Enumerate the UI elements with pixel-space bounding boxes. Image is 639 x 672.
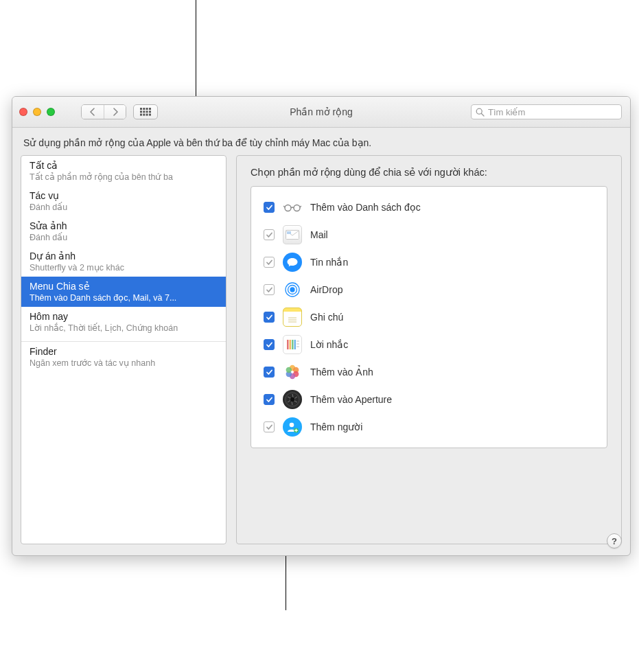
- svg-rect-24: [287, 340, 289, 349]
- svg-rect-9: [143, 114, 145, 116]
- extension-checkbox[interactable]: [264, 257, 275, 268]
- svg-point-46: [290, 423, 294, 428]
- extension-row-airdrop: AirDrop: [261, 276, 597, 303]
- sidebar-item-subtitle: Đánh dấu: [30, 202, 218, 212]
- extension-label: Thêm vào Ảnh: [310, 367, 373, 378]
- help-icon: ?: [612, 536, 617, 546]
- extension-label: Lời nhắc: [310, 339, 348, 350]
- nav-segment: [81, 104, 126, 119]
- svg-rect-0: [140, 108, 142, 110]
- sidebar-item-subtitle: Tất cả phần mở rộng của bên thứ ba: [30, 172, 218, 182]
- extension-checkbox[interactable]: [264, 421, 275, 432]
- extension-label: Thêm vào Aperture: [310, 394, 392, 405]
- sidebar-item-title: Dự án ảnh: [30, 251, 218, 262]
- extension-checkbox[interactable]: [264, 367, 275, 378]
- extension-row-aperture: Thêm vào Aperture: [261, 386, 597, 413]
- svg-line-13: [481, 113, 484, 116]
- sidebar-item-title: Tất cả: [30, 160, 218, 171]
- svg-point-18: [290, 288, 294, 292]
- search-field[interactable]: [471, 104, 622, 119]
- close-window-button[interactable]: [19, 108, 27, 116]
- extension-row-messages: Tin nhắn: [261, 248, 597, 276]
- sidebar-item-subtitle: Shutterfly và 2 mục khác: [30, 262, 218, 273]
- titlebar: Phần mở rộng: [12, 97, 630, 128]
- extension-row-notes: Ghi chú: [261, 303, 597, 331]
- svg-rect-7: [149, 111, 151, 113]
- sidebar-item-photo-editing[interactable]: Sửa ảnh Đánh dấu: [21, 216, 226, 246]
- svg-point-14: [285, 205, 291, 211]
- extension-row-add-people: Thêm người: [261, 413, 597, 441]
- forward-button[interactable]: [104, 105, 126, 119]
- svg-rect-27: [294, 340, 297, 349]
- preferences-window: Phần mở rộng Sử dụng phần mở rộng của Ap…: [12, 96, 631, 556]
- zoom-window-button[interactable]: [47, 108, 55, 116]
- sidebar-item-subtitle: Đánh dấu: [30, 232, 218, 242]
- sidebar-item-title: Sửa ảnh: [30, 220, 218, 231]
- sidebar-item-actions[interactable]: Tác vụ Đánh dấu: [21, 186, 226, 216]
- mail-icon: [283, 225, 302, 244]
- airdrop-icon: [283, 280, 302, 299]
- extension-list: Thêm vào Danh sách đọc Mail Tin nhắn: [251, 186, 607, 448]
- sidebar-item-subtitle: Thêm vào Danh sách đọc, Mail, và 7...: [30, 292, 218, 303]
- add-people-icon: [283, 417, 302, 437]
- help-button[interactable]: ?: [607, 533, 622, 548]
- svg-rect-5: [143, 111, 145, 113]
- search-icon: [476, 108, 485, 117]
- extension-label: Mail: [310, 229, 328, 240]
- sidebar-item-today[interactable]: Hôm nay Lời nhắc, Thời tiết, Lịch, Chứng…: [21, 307, 226, 337]
- minimize-window-button[interactable]: [33, 108, 41, 116]
- chevron-left-icon: [89, 108, 96, 116]
- sidebar-item-photo-projects[interactable]: Dự án ảnh Shutterfly và 2 mục khác: [21, 246, 226, 277]
- show-all-button[interactable]: [133, 104, 158, 119]
- extension-row-reading-list: Thêm vào Danh sách đọc: [261, 194, 597, 221]
- svg-rect-17: [287, 231, 291, 234]
- sidebar-item-title: Finder: [30, 346, 218, 357]
- svg-rect-3: [149, 108, 151, 110]
- sidebar-item-all[interactable]: Tất cả Tất cả phần mở rộng của bên thứ b…: [21, 156, 226, 186]
- grid-icon: [140, 108, 151, 116]
- svg-rect-25: [290, 340, 292, 349]
- sidebar-item-finder[interactable]: Finder Ngăn xem trước và tác vụ nhanh: [21, 342, 226, 372]
- extension-checkbox[interactable]: [264, 202, 275, 213]
- messages-icon: [283, 253, 302, 272]
- extension-checkbox[interactable]: [264, 312, 275, 323]
- extension-label: Thêm vào Danh sách đọc: [310, 202, 421, 213]
- svg-rect-2: [146, 108, 148, 110]
- extension-checkbox[interactable]: [264, 394, 275, 405]
- photos-icon: [283, 362, 302, 382]
- extension-row-mail: Mail: [261, 221, 597, 248]
- sidebar-item-subtitle: Ngăn xem trước và tác vụ nhanh: [30, 358, 218, 368]
- description-text: Sử dụng phần mở rộng của Apple và bên th…: [12, 128, 630, 155]
- svg-rect-1: [143, 108, 145, 110]
- svg-rect-6: [146, 111, 148, 113]
- search-input[interactable]: [488, 107, 617, 117]
- svg-rect-10: [146, 114, 148, 116]
- sidebar: Tất cả Tất cả phần mở rộng của bên thứ b…: [21, 155, 226, 544]
- notes-icon: [283, 308, 302, 327]
- extension-label: Thêm người: [310, 421, 362, 432]
- sidebar-item-title: Menu Chia sẻ: [30, 281, 218, 292]
- svg-point-45: [290, 397, 294, 402]
- sidebar-item-title: Hôm nay: [30, 311, 218, 322]
- extension-checkbox[interactable]: [264, 339, 275, 350]
- svg-rect-4: [140, 111, 142, 113]
- main-panel: Chọn phần mở rộng dùng để chia sẻ với ng…: [236, 155, 622, 544]
- window-controls: [19, 108, 55, 116]
- svg-rect-8: [140, 114, 142, 116]
- body: Tất cả Tất cả phần mở rộng của bên thứ b…: [12, 155, 630, 553]
- extension-checkbox[interactable]: [264, 229, 275, 240]
- extension-row-photos: Thêm vào Ảnh: [261, 358, 597, 386]
- sidebar-item-title: Tác vụ: [30, 190, 218, 201]
- glasses-icon: [283, 198, 302, 217]
- svg-point-15: [294, 205, 300, 211]
- extension-label: Tin nhắn: [310, 257, 348, 268]
- extension-checkbox[interactable]: [264, 284, 275, 295]
- back-button[interactable]: [82, 105, 104, 119]
- extension-label: AirDrop: [310, 284, 342, 295]
- sidebar-item-share-menu[interactable]: Menu Chia sẻ Thêm vào Danh sách đọc, Mai…: [21, 277, 226, 307]
- chevron-right-icon: [112, 108, 119, 116]
- sidebar-item-subtitle: Lời nhắc, Thời tiết, Lịch, Chứng khoán: [30, 323, 218, 333]
- extension-row-reminders: Lời nhắc: [261, 331, 597, 358]
- svg-rect-11: [149, 114, 151, 116]
- reminders-icon: [283, 335, 302, 354]
